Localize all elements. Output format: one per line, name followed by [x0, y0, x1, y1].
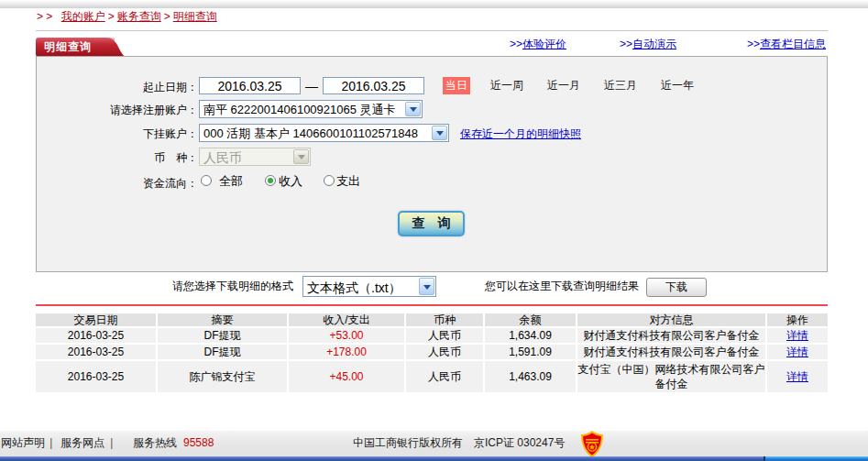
taskbar-right — [765, 456, 868, 461]
col-balance: 余额 — [483, 313, 576, 326]
col-amount: 收入/支出 — [287, 313, 404, 326]
breadcrumb-my-account[interactable]: 我的账户 — [61, 10, 105, 23]
breadcrumb: > > 我的账户>账务查询>明细查询 — [37, 10, 217, 24]
radio-all[interactable] — [201, 175, 212, 186]
cell-balance: 1,591.09 — [483, 345, 576, 359]
table-row: 2016-03-25 陈广锦支付宝 +45.00 人民币 1,463.09 支付… — [36, 361, 828, 392]
date-range-label: 起止日期： — [37, 80, 198, 95]
cell-summary: 陈广锦支付宝 — [156, 361, 287, 392]
detail-link[interactable]: 详情 — [786, 370, 808, 383]
link-prefix: >> — [620, 38, 632, 50]
cell-currency: 人民币 — [404, 361, 483, 392]
download-format-value: 文本格式（.txt） — [307, 279, 418, 298]
top-divider — [36, 30, 828, 31]
cell-summary: DF提现 — [156, 328, 287, 343]
service-outlets-link[interactable]: 服务网点 — [60, 437, 104, 449]
breadcrumb-prefix: > > — [37, 10, 52, 23]
radio-expense-label[interactable]: 支出 — [336, 175, 360, 188]
currency-value: 人民币 — [203, 149, 292, 166]
breadcrumb-separator: > — [108, 10, 115, 23]
breadcrumb-detail-query[interactable]: 明细查询 — [173, 10, 217, 23]
link-prefix: >> — [747, 38, 760, 50]
col-counterparty: 对方信息 — [576, 313, 765, 326]
cell-balance: 1,463.09 — [483, 361, 576, 392]
date-dash: — — [301, 79, 323, 93]
table-row: 2016-03-25 DF提现 +53.00 人民币 1,634.09 财付通支… — [36, 328, 828, 343]
taskbar-left — [0, 456, 764, 461]
radio-all-label[interactable]: 全部 — [219, 175, 243, 188]
demo-link-wrap: >>自动演示 — [620, 38, 676, 50]
query-form-panel: 起止日期： — 当日 近一周 近一月 近三月 近一年 请选择注册账户： 南平 6… — [36, 56, 828, 272]
date-from-input[interactable] — [199, 77, 301, 94]
cell-counterparty: 支付宝（中国）网络技术有限公司客户备付金 — [576, 361, 765, 392]
download-button[interactable]: 下载 — [646, 278, 707, 297]
cell-date: 2016-03-25 — [36, 345, 156, 359]
experience-rating-link[interactable]: 体验评价 — [522, 38, 566, 50]
currency-select: 人民币 — [199, 148, 311, 166]
radio-income[interactable] — [265, 175, 276, 186]
cell-date: 2016-03-25 — [36, 328, 156, 343]
radio-income-label[interactable]: 收入 — [279, 175, 302, 188]
table-row: 2016-03-25 DF提现 +178.00 人民币 1,591.09 财付通… — [36, 345, 828, 359]
hotline-label: 服务热线 — [133, 437, 177, 449]
cell-counterparty: 财付通支付科技有限公司客户备付金 — [576, 345, 765, 359]
last-year-link[interactable]: 近一年 — [661, 77, 694, 94]
tab-detail-query[interactable]: 明细查询 — [36, 38, 125, 57]
footer-separator: ｜ — [106, 437, 117, 449]
experience-link-wrap: >>体验评价 — [510, 38, 566, 50]
dropdown-arrow-icon — [293, 149, 309, 164]
cell-balance: 1,634.09 — [483, 328, 576, 343]
police-badge-icon — [580, 431, 604, 457]
last-month-link[interactable]: 近一月 — [547, 77, 580, 94]
link-prefix: >> — [510, 38, 522, 50]
cell-amount: +178.00 — [287, 345, 404, 359]
auto-demo-link[interactable]: 自动演示 — [632, 38, 676, 50]
detail-link[interactable]: 详情 — [786, 346, 808, 358]
sub-account-value: 000 活期 基本户 1406600101102571848 — [203, 126, 431, 142]
site-statement-link[interactable]: 网站声明 — [1, 437, 45, 449]
date-to-input[interactable] — [323, 77, 424, 94]
detail-link[interactable]: 详情 — [786, 329, 808, 342]
red-divider — [36, 304, 828, 306]
download-format-select[interactable]: 文本格式（.txt） — [302, 276, 436, 297]
register-account-value: 南平 6222001406100921065 灵通卡 — [203, 102, 404, 118]
download-format-label: 请您选择下载明细的格式 — [172, 280, 293, 292]
fund-flow-label: 资金流向： — [37, 176, 198, 192]
breadcrumb-separator: > — [164, 10, 170, 23]
col-currency: 币种 — [404, 313, 483, 326]
sub-account-select[interactable]: 000 活期 基本户 1406600101102571848 — [199, 124, 449, 142]
tab-label: 明细查询 — [44, 38, 92, 57]
breadcrumb-account-query[interactable]: 账务查询 — [117, 10, 161, 23]
cell-currency: 人民币 — [404, 345, 483, 359]
top-gradient-strip — [0, 0, 868, 8]
cell-date: 2016-03-25 — [36, 361, 156, 392]
col-summary: 摘要 — [156, 313, 287, 326]
view-column-info-link[interactable]: 查看栏目信息 — [760, 38, 826, 50]
copyright-text: 中国工商银行版权所有 京ICP证 030247号 — [353, 437, 565, 449]
col-date: 交易日期 — [36, 313, 156, 326]
column-info-link-wrap: >>查看栏目信息 — [747, 38, 826, 50]
register-account-label: 请选择注册账户： — [37, 103, 198, 118]
last-week-link[interactable]: 近一周 — [490, 77, 523, 94]
save-snapshot-link[interactable]: 保存近一个月的明细快照 — [460, 126, 581, 142]
dropdown-arrow-icon[interactable] — [405, 102, 421, 116]
register-account-select[interactable]: 南平 6222001406100921065 灵通卡 — [199, 100, 423, 118]
cell-amount: +45.00 — [287, 361, 404, 392]
sub-account-label: 下挂账户： — [37, 126, 198, 142]
last-quarter-link[interactable]: 近三月 — [604, 77, 637, 94]
cell-currency: 人民币 — [404, 328, 483, 343]
cell-counterparty: 财付通支付科技有限公司客户备付金 — [576, 328, 765, 343]
table-header-row: 交易日期 摘要 收入/支出 币种 余额 对方信息 操作 — [36, 313, 828, 326]
cell-amount: +53.00 — [287, 328, 404, 343]
download-hint: 您可以在这里下载查询明细结果 — [485, 280, 639, 292]
dropdown-arrow-icon[interactable] — [419, 278, 434, 295]
page: > > 我的账户>账务查询>明细查询 明细查询 >>体验评价 >>自动演示 >>… — [0, 0, 868, 461]
dropdown-arrow-icon[interactable] — [432, 126, 447, 140]
radio-expense[interactable] — [324, 175, 335, 186]
cell-summary: DF提现 — [156, 345, 287, 359]
today-button[interactable]: 当日 — [443, 77, 470, 94]
col-action: 操作 — [765, 313, 828, 326]
footer-separator: ｜ — [46, 437, 57, 449]
query-button[interactable]: 查 询 — [398, 211, 465, 236]
hotline-number: 95588 — [183, 437, 214, 449]
